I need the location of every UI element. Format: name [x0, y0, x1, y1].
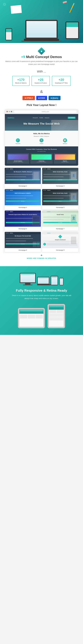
homepage7-label: Homepage 7: [42, 227, 78, 230]
jquery-badge: ■ jQuery: [48, 96, 60, 100]
hp7-bar1: [43, 217, 70, 218]
headers-label: Headers & Footers: [35, 82, 47, 84]
blocks-label: Blocks & Options: [15, 82, 27, 84]
concept-section: +9 Multi Concept Demos Metrics come with…: [0, 43, 83, 266]
feature-box-blocks: +170 Blocks & Options: [12, 76, 30, 86]
homepage2-preview: metrics We Research, Publish, Measure Ge…: [5, 168, 41, 184]
hp4-headline: Bold Performance Analytics: [6, 192, 40, 194]
hp5-dot-r: [43, 190, 44, 191]
dev-tablet-screen: [51, 276, 57, 285]
card-analytics: Social Analytics Track your social metri…: [7, 153, 29, 164]
nav-item-publish: Publish: [39, 117, 43, 118]
hp4-content: Bold Performance Analytics Start Now: [5, 192, 41, 203]
hp3-bar2: [43, 176, 64, 177]
homepage-item-6[interactable]: metrics Powerful Appreciation Platform f…: [5, 210, 41, 230]
laptop-foot: [21, 40, 62, 42]
hp6-dot-r: [6, 211, 7, 212]
homepage3-preview: metrics Better Social Data, Faster Learn…: [42, 168, 78, 184]
col-publish: 📢 Publish: [30, 138, 53, 144]
hp9-image: [69, 236, 78, 245]
laptop-device: [21, 20, 62, 42]
headings-number: +20: [55, 78, 68, 82]
hp8-dot-g: [8, 233, 9, 234]
notebook-decoration: [11, 5, 22, 14]
homepage8-preview: metrics We Measure The Social Web Get St…: [5, 232, 41, 248]
more-coming-link[interactable]: MORE ARE COMING IN UPDATES: [27, 258, 56, 259]
browser-content: metrics Research Publish Measure Get Sta…: [5, 114, 78, 166]
hp6-headline: Powerful Appreciation Platform for Socia…: [6, 214, 40, 216]
hello-title: Hello, We Are Metrics: [7, 133, 76, 134]
site-logo: metrics: [8, 117, 14, 119]
css3-label: CSS3: [40, 97, 45, 99]
responsive-section: Fully Responsive & Retina Ready There is…: [0, 266, 83, 335]
hp2-bar2: [6, 176, 26, 177]
hp9-dot-g: [45, 233, 46, 234]
hp7-logo: metrics: [47, 211, 51, 212]
hello-section: Hello, We Are Metrics Research. Publish.…: [5, 131, 78, 146]
browser-dot-red: [7, 111, 8, 112]
nav-item-measure: Measure: [45, 117, 49, 118]
browser-url-bar: metrics.com: [14, 110, 76, 113]
card-title-3: Reports: [55, 160, 75, 162]
browser-hero-area: metrics Research Publish Measure Get Sta…: [5, 114, 78, 131]
monitor-screen-inner: [20, 274, 35, 282]
dev-phone-body: [59, 278, 63, 285]
hp4-bar2: [6, 198, 26, 198]
hp7-bar2: [43, 219, 64, 220]
measure-label: Measure: [54, 143, 76, 144]
browser-url-text: metrics.com: [42, 111, 49, 112]
headers-number: +25: [35, 78, 47, 82]
and-label: &: [3, 89, 80, 94]
research-label: Research: [7, 143, 29, 144]
pick-layout-title: Pick Your Layout Now !: [3, 104, 80, 106]
hp9-dot-y: [44, 233, 45, 234]
tablet-device-responsive: [51, 276, 58, 285]
responsive-devices: [4, 273, 79, 285]
homepage-item-4[interactable]: metrics Bold Performance Analytics Start…: [5, 189, 41, 209]
card-image-2: [31, 154, 52, 160]
hp3-logo: metrics: [47, 168, 51, 170]
laptop-screen-inner: [26, 21, 57, 38]
hp4-nav: metrics: [5, 189, 41, 192]
card-reports: Reports Generate reports: [54, 153, 76, 164]
homepage-item-7[interactable]: metrics Social Tools Learn More 👤 Homepa…: [42, 210, 78, 230]
hp8-dot-r: [6, 233, 7, 234]
jquery-icon: ■: [51, 97, 52, 99]
card-image-1: [8, 154, 28, 160]
headings-label: Headings & P Titles: [55, 82, 68, 84]
homepage7-preview: metrics Social Tools Learn More 👤: [42, 210, 78, 227]
more-coming-section: MORE ARE COMING IN UPDATES: [3, 253, 80, 262]
monitor-stand: [25, 283, 30, 284]
hp4-dot-g: [8, 190, 9, 191]
hp7-dot-g: [45, 211, 46, 212]
card-text-1: Track your social metrics: [8, 162, 28, 162]
hp6-logo: metrics: [10, 211, 13, 212]
homepage5-preview: metrics Better Social Data, Faster Explo…: [42, 189, 78, 205]
homepage-item-3[interactable]: metrics Better Social Data, Faster Learn…: [42, 168, 78, 188]
hero-section: ⚙: [0, 0, 83, 43]
homepage6-label: Homepage 6: [5, 227, 41, 230]
hp6-dot-y: [7, 211, 8, 212]
research-icon: 🔍: [16, 138, 20, 142]
hp2-logo: metrics: [10, 168, 13, 170]
dev-tablet-body: [51, 276, 58, 285]
homepage-item-8[interactable]: metrics We Measure The Social Web Get St…: [5, 232, 41, 252]
homepage-item-5[interactable]: metrics Better Social Data, Faster Explo…: [42, 189, 78, 209]
hp7-dot-y: [44, 211, 45, 212]
jquery-label: jQuery: [52, 97, 58, 99]
hp8-dot-y: [7, 233, 8, 234]
css3-icon: ■: [38, 97, 39, 99]
dev-laptop-screen-inner: [38, 277, 49, 284]
site-cta-button[interactable]: Get Started: [68, 117, 75, 119]
hp8-headline: We Measure The Social Web: [6, 235, 40, 237]
homepage6-preview: metrics Powerful Appreciation Platform f…: [5, 210, 41, 227]
homepage-item-9[interactable]: metrics Analytics Dashboard ✓: [42, 232, 78, 252]
hp6-dot-g: [8, 211, 9, 212]
hp7-dot-r: [43, 211, 44, 212]
dev-laptop-screen: [37, 277, 49, 284]
homepage8-label: Homepage 8: [5, 248, 41, 252]
laptop-base: [24, 39, 59, 40]
homepage-item-2[interactable]: metrics We Research, Publish, Measure Ge…: [5, 168, 41, 188]
concept-title: +9 Multi Concept Demos: [3, 55, 80, 59]
card-title-1: Social Analytics: [8, 160, 28, 162]
